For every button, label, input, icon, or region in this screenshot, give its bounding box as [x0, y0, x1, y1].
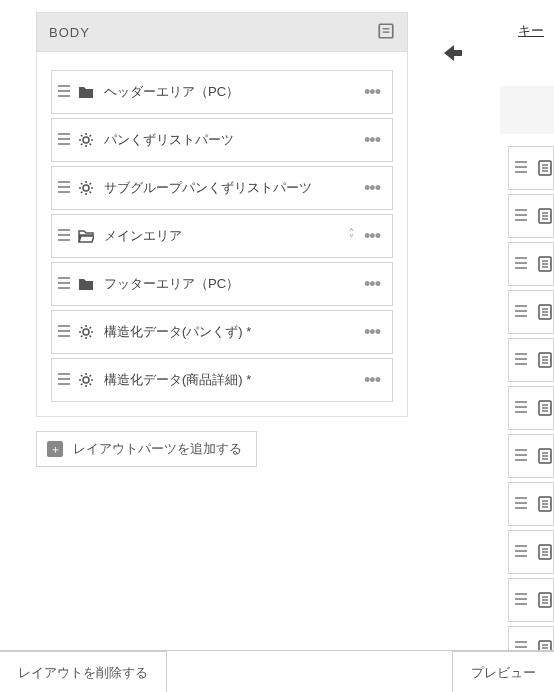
layout-part-label: ヘッダーエリア（PC） [104, 83, 360, 101]
drag-handle-icon[interactable] [515, 593, 531, 608]
layout-part-label: サブグループパンくずリストパーツ [104, 179, 360, 197]
folder-solid-icon [78, 276, 98, 292]
add-layout-part-label: レイアウトパーツを追加する [73, 440, 242, 458]
body-header: BODY [36, 12, 408, 52]
more-options-icon[interactable]: ••• [360, 370, 384, 391]
drag-handle-icon[interactable] [515, 545, 531, 560]
gear-icon [78, 324, 98, 340]
right-panel-row[interactable] [508, 434, 554, 478]
layout-part-label: フッターエリア（PC） [104, 275, 360, 293]
body-panel: BODY ヘッダーエリア（PC）•••パンくずリストパーツ•••サブグループパン… [36, 12, 408, 467]
right-panel-row[interactable]: 金 [508, 194, 554, 238]
layout-part-row[interactable]: 構造化データ(パンくず) *••• [51, 310, 393, 354]
right-panel-row[interactable] [508, 530, 554, 574]
folder-solid-icon [78, 84, 98, 100]
right-spacer [500, 86, 554, 134]
gear-icon [78, 372, 98, 388]
add-layout-part-button[interactable]: ＋ レイアウトパーツを追加する [36, 431, 257, 467]
drag-handle-icon[interactable] [515, 161, 531, 176]
doc-icon [537, 208, 554, 224]
delete-layout-button[interactable]: レイアウトを削除する [0, 651, 167, 692]
drag-handle-icon[interactable] [58, 133, 74, 148]
layout-part-label: メインエリア [104, 227, 349, 245]
drag-handle-icon[interactable] [58, 373, 74, 388]
drag-handle-icon[interactable] [515, 209, 531, 224]
drag-handle-icon[interactable] [515, 305, 531, 320]
body-title: BODY [49, 25, 90, 40]
arrow-left-icon[interactable] [440, 40, 466, 69]
expand-chevron-icon[interactable]: ˄˅ [349, 230, 354, 242]
doc-icon [537, 544, 554, 560]
layout-part-row[interactable]: サブグループパンくずリストパーツ••• [51, 166, 393, 210]
layout-part-row[interactable]: メインエリア˄˅••• [51, 214, 393, 258]
drag-handle-icon[interactable] [515, 353, 531, 368]
preview-button[interactable]: プレビュー [452, 651, 554, 692]
drag-handle-icon[interactable] [58, 181, 74, 196]
folder-open-icon [78, 228, 98, 244]
footer-bar: レイアウトを削除する プレビュー [0, 650, 554, 692]
gear-icon [78, 180, 98, 196]
right-header: キー [500, 10, 554, 70]
more-options-icon[interactable]: ••• [360, 226, 384, 247]
right-panel-row[interactable] [508, 338, 554, 382]
drag-handle-icon[interactable] [515, 257, 531, 272]
layout-part-label: パンくずリストパーツ [104, 131, 360, 149]
list-doc-icon[interactable] [377, 22, 395, 43]
doc-icon [537, 448, 554, 464]
more-options-icon[interactable]: ••• [360, 178, 384, 199]
drag-handle-icon[interactable] [515, 401, 531, 416]
layout-part-row[interactable]: 構造化データ(商品詳細) *••• [51, 358, 393, 402]
layout-part-label: 構造化データ(商品詳細) * [104, 371, 360, 389]
right-panel-row[interactable] [508, 578, 554, 622]
gear-icon [78, 132, 98, 148]
right-panel-row[interactable]: 金 [508, 290, 554, 334]
right-panel-row[interactable] [508, 146, 554, 190]
doc-icon [537, 400, 554, 416]
drag-handle-icon[interactable] [58, 325, 74, 340]
right-panel-row[interactable] [508, 482, 554, 526]
doc-icon [537, 352, 554, 368]
more-options-icon[interactable]: ••• [360, 274, 384, 295]
doc-icon [537, 304, 554, 320]
drag-handle-icon[interactable] [58, 229, 74, 244]
keyword-link[interactable]: キー [518, 23, 544, 38]
layout-part-row[interactable]: ヘッダーエリア（PC）••• [51, 70, 393, 114]
doc-icon [537, 496, 554, 512]
right-panel: キー 金金 [500, 10, 554, 692]
doc-icon [537, 160, 554, 176]
plus-icon: ＋ [47, 441, 63, 457]
more-options-icon[interactable]: ••• [360, 322, 384, 343]
body-content: ヘッダーエリア（PC）•••パンくずリストパーツ•••サブグループパンくずリスト… [36, 52, 408, 417]
doc-icon [537, 256, 554, 272]
drag-handle-icon[interactable] [515, 497, 531, 512]
more-options-icon[interactable]: ••• [360, 130, 384, 151]
drag-handle-icon[interactable] [58, 277, 74, 292]
layout-part-label: 構造化データ(パンくず) * [104, 323, 360, 341]
right-panel-row[interactable] [508, 386, 554, 430]
right-panel-row[interactable] [508, 242, 554, 286]
doc-icon [537, 592, 554, 608]
layout-part-row[interactable]: フッターエリア（PC）••• [51, 262, 393, 306]
drag-handle-icon[interactable] [515, 449, 531, 464]
more-options-icon[interactable]: ••• [360, 82, 384, 103]
drag-handle-icon[interactable] [58, 85, 74, 100]
layout-part-row[interactable]: パンくずリストパーツ••• [51, 118, 393, 162]
